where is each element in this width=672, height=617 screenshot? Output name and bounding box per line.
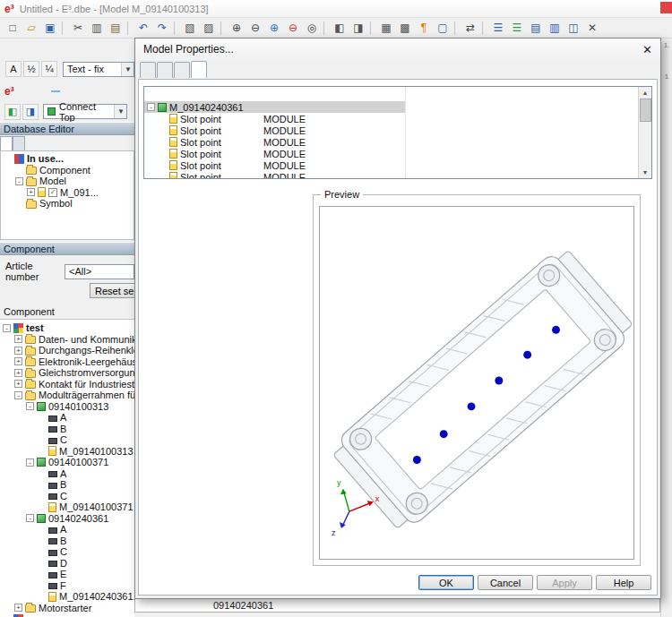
tree-item-m-09140100313[interactable]: ✓ M_09140100313 — [0, 446, 134, 458]
toolbar-button[interactable] — [370, 21, 375, 35]
menu-view[interactable] — [41, 90, 50, 92]
ok-button[interactable]: OK — [418, 575, 474, 590]
tree-item-daten[interactable]: + ✓ Daten- und Kommunikatio... — [0, 334, 134, 346]
tile-vertical-icon[interactable]: ▥ — [546, 20, 564, 37]
save-icon[interactable]: ▣ — [41, 20, 59, 37]
right-strip-item[interactable]: 1 — [661, 73, 672, 81]
tree-item-c[interactable]: ✓ C — [0, 491, 134, 502]
menu-edit[interactable] — [31, 90, 40, 92]
redo-icon[interactable]: ↷ — [153, 20, 171, 37]
slot-point-row[interactable]: Slot point MODULE — [144, 159, 405, 171]
tree-expander[interactable]: - — [26, 458, 34, 467]
tree-item-motorstarter[interactable]: + ✓ Motorstarter — [0, 603, 134, 614]
dialog-tab-slots-pins[interactable] — [191, 61, 207, 78]
swap-icon[interactable]: ⇄ — [461, 20, 479, 37]
scrollbar-thumb[interactable] — [640, 99, 651, 122]
menu-file[interactable] — [22, 90, 30, 92]
tree-item-a[interactable]: ✓ A — [0, 412, 134, 424]
toolbar-button[interactable] — [174, 21, 178, 35]
text-half-icon[interactable]: ½ — [23, 61, 39, 77]
tab-info[interactable] — [13, 136, 25, 150]
slot-point-row[interactable]: Slot point MODULE — [144, 124, 405, 136]
tree-expander[interactable]: + — [14, 335, 22, 343]
apply-button[interactable]: Apply — [537, 575, 592, 590]
article-number-combo[interactable]: <All> — [65, 264, 134, 279]
db-item-model[interactable]: - ✓ Model — [1, 176, 134, 187]
dialog-tab-shape[interactable] — [157, 62, 173, 78]
reset-search-button[interactable]: Reset se — [90, 283, 134, 298]
preview-3d-view[interactable]: y x z — [319, 206, 634, 560]
tree-item-09140100371[interactable]: - ✓ 09140100371 — [0, 457, 134, 468]
connector-top-icon[interactable]: ◧ — [4, 104, 21, 120]
tab-component-symbol[interactable] — [0, 136, 13, 150]
toolbar-button[interactable] — [482, 21, 487, 35]
dialog-tab-model[interactable] — [140, 62, 156, 78]
tree-item-b[interactable]: ✓ B — [0, 424, 134, 435]
toolbar-button[interactable] — [454, 21, 459, 35]
slot-point-row[interactable]: Slot point MODULE — [144, 148, 405, 159]
slot-point-row[interactable]: Slot point MODULE — [144, 171, 405, 179]
tree-item-09140100313[interactable]: - ✓ 09140100313 — [0, 401, 134, 413]
help-button[interactable]: Help — [596, 575, 651, 590]
paragraph-icon[interactable]: ¶ — [415, 20, 433, 37]
database-editor-header[interactable]: Database Editor — [0, 122, 134, 135]
paste-icon[interactable]: ▤ — [107, 20, 125, 37]
component-panel-header[interactable]: Component — [0, 242, 134, 255]
plot-icon[interactable]: ▨ — [200, 20, 218, 37]
slot-point-row[interactable]: Slot point MODULE — [144, 136, 405, 148]
tree-item-a[interactable]: ✓ A — [0, 468, 134, 480]
tree-item-m-09140100371[interactable]: ✓ M_09140100371 — [0, 501, 134, 513]
cancel-button[interactable]: Cancel — [478, 575, 533, 590]
text-style-combo[interactable]: Text - fix ▼ — [63, 62, 134, 77]
scale-right-icon[interactable]: ◨ — [349, 20, 367, 37]
tree-item-kontakt[interactable]: + ✓ Kontakt für Industriesteck... — [0, 379, 134, 390]
tree-view-icon[interactable]: ☰ — [489, 20, 507, 37]
scale-left-icon[interactable]: ◧ — [331, 20, 349, 37]
tree-item-elektronik[interactable]: + ✓ Elektronik-Leergehäuse — [0, 356, 134, 368]
scrollbar[interactable]: ▲ ▼ — [638, 87, 651, 178]
tree-item-m-09140240361[interactable]: ✓ M_09140240361... — [0, 591, 134, 603]
scroll-down-icon[interactable]: ▼ — [642, 167, 649, 178]
toolbar-button[interactable] — [323, 21, 328, 35]
tree-item-09140240361[interactable]: - ✓ 09140240361 — [0, 513, 134, 525]
toolbar-button[interactable] — [62, 21, 66, 35]
slot-point-row[interactable]: Slot point MODULE — [144, 113, 405, 124]
zoom-out-icon[interactable]: ⊖ — [246, 20, 264, 37]
cut-icon[interactable]: ✂ — [69, 20, 87, 37]
tree-item-c[interactable]: ✓ C — [0, 546, 134, 558]
close-icon[interactable]: ✕ — [631, 43, 652, 56]
tree-item-modultraeger[interactable]: - ✓ Modulträgerrahmen für In... — [0, 390, 134, 401]
tree-item-d[interactable]: ✓ D — [0, 558, 134, 570]
dialog-titlebar[interactable]: Model Properties... ✕ — [135, 39, 660, 60]
close-view-icon[interactable]: ✕ — [583, 20, 601, 37]
toolbar-button[interactable] — [127, 21, 132, 35]
new-file-icon[interactable]: □ — [4, 20, 22, 37]
tree-item-test[interactable]: - ✓ test — [0, 322, 134, 334]
grid-icon[interactable]: ▦ — [377, 20, 395, 37]
text-tool-icon[interactable]: A — [5, 61, 22, 77]
tree-item-e[interactable]: ✓ E — [0, 569, 134, 580]
tree-expander[interactable]: + — [14, 357, 22, 365]
db-item-symbol[interactable]: ✓ Symbol — [1, 198, 134, 210]
zoom-in-icon[interactable]: ⊕ — [228, 20, 246, 37]
text-quarter-icon[interactable]: ¼ — [41, 61, 57, 77]
tree-expander[interactable]: + — [14, 347, 22, 355]
tree-expander[interactable]: - — [26, 402, 34, 410]
checkbox[interactable]: ✓ — [48, 188, 57, 197]
tree-expander[interactable]: + — [27, 188, 35, 196]
connector-side-icon[interactable]: ◨ — [22, 104, 39, 120]
right-strip-item[interactable]: 1. — [661, 41, 672, 49]
menu-insert[interactable] — [51, 90, 60, 92]
tree-item-a[interactable]: ✓ A — [0, 524, 134, 536]
open-folder-icon[interactable]: ▱ — [22, 20, 40, 37]
tile-horizontal-icon[interactable]: ▤ — [527, 20, 545, 37]
toolbar-button[interactable] — [220, 21, 225, 35]
tree-item-partial[interactable]: ✓ — [0, 613, 134, 617]
tree-expander[interactable]: - — [14, 391, 22, 399]
tree-item-b[interactable]: ✓ B — [0, 479, 134, 491]
tree-expander[interactable]: - — [3, 324, 11, 332]
copy-icon[interactable]: ▥ — [88, 20, 106, 37]
tree-expander[interactable]: - — [147, 103, 155, 111]
print-icon[interactable]: ▧ — [181, 20, 199, 37]
dialog-tab-model-pins[interactable] — [174, 62, 190, 78]
